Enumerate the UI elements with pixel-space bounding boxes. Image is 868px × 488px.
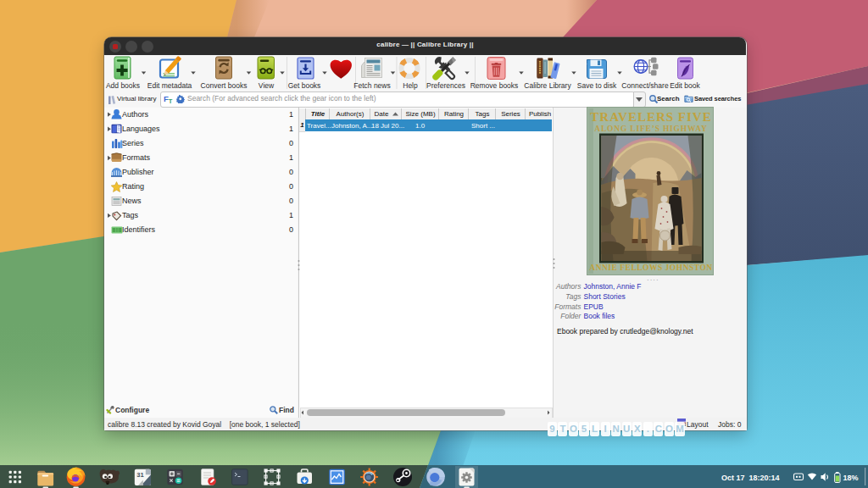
svg-text:ALONG LIFE’S HIGHWAY: ALONG LIFE’S HIGHWAY — [594, 125, 707, 133]
svg-text:ANNIE FELLOWS JOHNSTON: ANNIE FELLOWS JOHNSTON — [589, 263, 712, 272]
svg-text:TRAVELERS FIVE: TRAVELERS FIVE — [590, 110, 711, 124]
svg-text:31: 31 — [136, 471, 144, 479]
svg-text:18%: 18% — [843, 474, 859, 482]
svg-text:Oct 17 18:20:14: Oct 17 18:20:14 — [721, 474, 780, 482]
